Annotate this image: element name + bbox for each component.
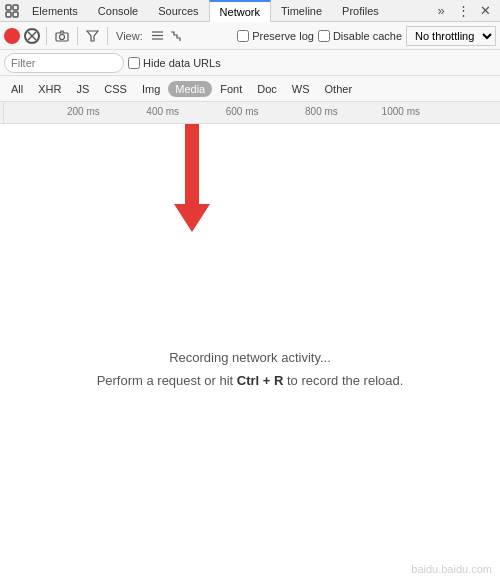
filter-input[interactable] [4,53,124,73]
toolbar-row2: Hide data URLs [0,50,500,76]
filter-tab-doc[interactable]: Doc [250,81,284,97]
svg-rect-0 [6,5,11,10]
disable-cache-label: Disable cache [333,30,402,42]
status-container: Recording network activity... Perform a … [97,350,404,388]
camera-icon[interactable] [53,28,71,44]
hint-before: Perform a request or hit [97,373,237,388]
tab-elements[interactable]: Elements [22,0,88,22]
preserve-log-checkbox[interactable] [237,30,249,42]
filter-tab-css[interactable]: CSS [97,81,134,97]
hint-after: to record the reload. [283,373,403,388]
filter-tab-other[interactable]: Other [318,81,360,97]
timeline-ms-markers: 200 ms 400 ms 600 ms 800 ms 1000 ms [4,102,500,123]
tab-network[interactable]: Network [209,0,271,22]
disable-cache-checkbox[interactable] [318,30,330,42]
arrow-head [174,204,210,232]
throttle-select[interactable]: No throttling [406,26,496,46]
ms-marker-600: 600 ms [226,106,259,117]
svg-rect-1 [13,5,18,10]
svg-rect-3 [13,12,18,17]
filter-tab-img[interactable]: Img [135,81,167,97]
filter-tab-font[interactable]: Font [213,81,249,97]
filter-tab-ws[interactable]: WS [285,81,317,97]
filter-icon[interactable] [84,28,101,44]
tab-profiles[interactable]: Profiles [332,0,389,22]
filter-tab-media[interactable]: Media [168,81,212,97]
watermark: baidu.baidu.com [411,563,492,575]
red-arrow [174,124,210,232]
tab-sources[interactable]: Sources [148,0,208,22]
separator2 [77,27,78,45]
list-view-icon[interactable] [149,28,166,43]
tab-bar: Elements Console Sources Network Timelin… [0,0,500,22]
filter-tab-xhr[interactable]: XHR [31,81,68,97]
network-area: Recording network activity... Perform a … [0,124,500,583]
ms-marker-1000: 1000 ms [382,106,420,117]
settings-icon[interactable]: ⋮ [454,2,472,20]
ms-marker-400: 400 ms [146,106,179,117]
arrow-shaft [185,124,199,204]
separator3 [107,27,108,45]
svg-rect-2 [6,12,11,17]
tab-timeline[interactable]: Timeline [271,0,332,22]
separator1 [46,27,47,45]
toolbar-row1: View: Preserve log Disable cache No thro… [0,22,500,50]
devtools-icon [2,0,22,22]
filter-tab-js[interactable]: JS [69,81,96,97]
more-tabs-icon[interactable]: » [432,2,450,20]
hide-data-urls-text: Hide data URLs [143,57,221,69]
hide-data-urls-checkbox[interactable] [128,57,140,69]
clear-button[interactable] [24,28,40,44]
ms-marker-200: 200 ms [67,106,100,117]
preserve-log-checkbox-label[interactable]: Preserve log [237,30,314,42]
svg-point-7 [60,34,65,39]
close-icon[interactable]: ✕ [476,2,494,20]
hint-text: Perform a request or hit Ctrl + R to rec… [97,373,404,388]
waterfall-view-icon[interactable] [168,28,185,43]
preserve-log-label: Preserve log [252,30,314,42]
hide-data-urls-label[interactable]: Hide data URLs [128,57,221,69]
hint-shortcut: Ctrl + R [237,373,284,388]
record-button[interactable] [4,28,20,44]
timeline-header: 200 ms 400 ms 600 ms 800 ms 1000 ms [0,102,500,124]
ms-marker-800: 800 ms [305,106,338,117]
filter-tab-all[interactable]: All [4,81,30,97]
view-label: View: [114,30,145,42]
tab-console[interactable]: Console [88,0,148,22]
filter-tabs: All XHR JS CSS Img Media Font Doc WS Oth… [0,76,500,102]
svg-marker-8 [87,31,98,41]
recording-text: Recording network activity... [169,350,331,365]
disable-cache-checkbox-label[interactable]: Disable cache [318,30,402,42]
view-icons [149,28,185,43]
